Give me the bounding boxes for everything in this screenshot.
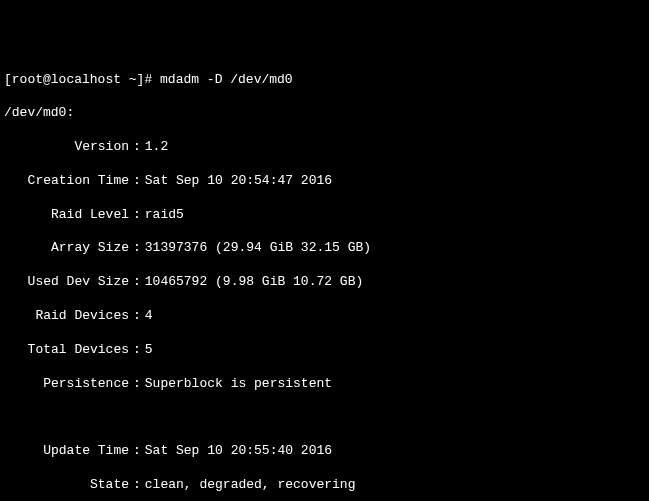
field-raid-devices: Raid Devices:4 (4, 308, 645, 325)
field-state: State:clean, degraded, recovering (4, 477, 645, 494)
field-label: Total Devices (4, 342, 129, 359)
field-total-devices: Total Devices:5 (4, 342, 645, 359)
field-label: Used Dev Size (4, 274, 129, 291)
field-label: Persistence (4, 376, 129, 393)
field-value: 31397376 (29.94 GiB 32.15 GB) (145, 240, 371, 257)
field-label: Array Size (4, 240, 129, 257)
field-update-time: Update Time:Sat Sep 10 20:55:40 2016 (4, 443, 645, 460)
device-header: /dev/md0: (4, 105, 645, 122)
field-label: Raid Level (4, 207, 129, 224)
field-value: Sat Sep 10 20:54:47 2016 (145, 173, 332, 190)
field-label: Update Time (4, 443, 129, 460)
field-raid-level: Raid Level:raid5 (4, 207, 645, 224)
field-persistence: Persistence:Superblock is persistent (4, 376, 645, 393)
field-value: raid5 (145, 207, 184, 224)
field-value: 4 (145, 308, 153, 325)
field-value: Superblock is persistent (145, 376, 332, 393)
field-array-size: Array Size:31397376 (29.94 GiB 32.15 GB) (4, 240, 645, 257)
field-label: Creation Time (4, 173, 129, 190)
command-line: [root@localhost ~]# mdadm -D /dev/md0 (4, 72, 645, 89)
field-creation-time: Creation Time:Sat Sep 10 20:54:47 2016 (4, 173, 645, 190)
command-text: mdadm -D /dev/md0 (160, 72, 293, 87)
field-label: State (4, 477, 129, 494)
field-value: 10465792 (9.98 GiB 10.72 GB) (145, 274, 363, 291)
field-label: Version (4, 139, 129, 156)
field-value: Sat Sep 10 20:55:40 2016 (145, 443, 332, 460)
field-value: clean, degraded, recovering (145, 477, 356, 494)
field-value: 5 (145, 342, 153, 359)
blank-line (4, 409, 645, 426)
field-label: Raid Devices (4, 308, 129, 325)
shell-prompt: [root@localhost ~]# (4, 72, 160, 87)
field-used-dev-size: Used Dev Size:10465792 (9.98 GiB 10.72 G… (4, 274, 645, 291)
field-value: 1.2 (145, 139, 168, 156)
field-version: Version:1.2 (4, 139, 645, 156)
